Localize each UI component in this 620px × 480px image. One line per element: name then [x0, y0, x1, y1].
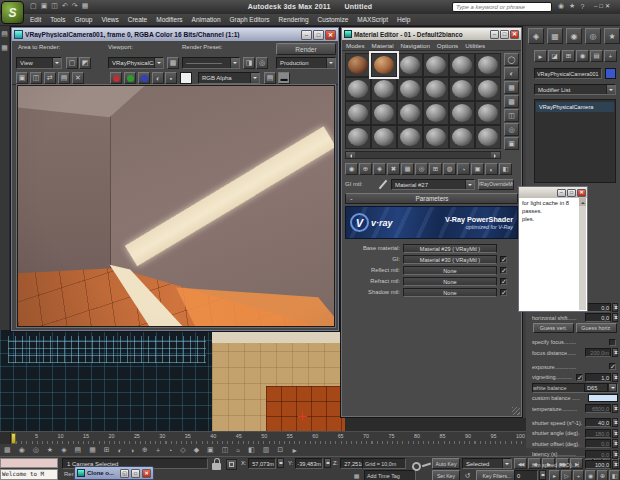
- param-value[interactable]: 0,0: [585, 450, 611, 459]
- toolbar-icon[interactable]: ◑: [130, 447, 134, 454]
- toolbar-icon[interactable]: ◉: [566, 28, 582, 44]
- object-color-swatch[interactable]: [605, 68, 616, 79]
- edit-region-icon[interactable]: ▢: [66, 57, 78, 69]
- material-slot[interactable]: [449, 125, 475, 149]
- maximize-button[interactable]: □: [313, 30, 324, 40]
- material-tool-icon[interactable]: ✖: [387, 163, 400, 175]
- param-spinner[interactable]: [612, 303, 618, 312]
- macro-recorder-field[interactable]: [0, 458, 58, 468]
- material-slot[interactable]: [371, 77, 397, 101]
- material-slot[interactable]: [423, 101, 449, 125]
- toolbar-icon[interactable]: ▦: [89, 446, 96, 454]
- quick-access-icon[interactable]: ↷: [72, 2, 78, 10]
- material-tool-icon[interactable]: ◍: [443, 163, 456, 175]
- render-window-title-bar[interactable]: VRayPhysicalCamera001, frame 0, RGBA Col…: [12, 28, 338, 41]
- playback-icon[interactable]: ◀◀: [514, 458, 527, 469]
- param-spinner[interactable]: [612, 460, 618, 469]
- modifier-list-dropdown[interactable]: Modifier List: [534, 84, 616, 95]
- slot-scrollbar[interactable]: [345, 151, 501, 159]
- toolbar-icon[interactable]: ◈: [528, 28, 544, 44]
- material-tool-icon[interactable]: ⊞: [429, 163, 442, 175]
- scroll-up-icon[interactable]: [579, 198, 586, 206]
- search-input[interactable]: [452, 2, 552, 12]
- material-slot[interactable]: [345, 125, 371, 149]
- param-spinner[interactable]: [612, 418, 618, 427]
- toolbar-icon[interactable]: ◔: [168, 447, 172, 454]
- material-editor-title-bar[interactable]: Material Editor - 01 - Default2bianco – …: [342, 28, 521, 40]
- material-slot[interactable]: [449, 101, 475, 125]
- slot-option-icon[interactable]: ◎: [504, 123, 519, 136]
- image-tool-icon[interactable]: ✕: [72, 72, 84, 84]
- panel-tab-icon[interactable]: ⊞: [562, 50, 575, 62]
- param-checkbox[interactable]: [500, 289, 507, 296]
- param-value[interactable]: 0,0: [585, 303, 611, 312]
- param-material-button[interactable]: None: [403, 277, 497, 286]
- toolbar-icon[interactable]: ◈: [61, 446, 66, 454]
- setup-icon[interactable]: ◨: [243, 57, 255, 69]
- object-name-field[interactable]: [534, 68, 602, 79]
- scroll-right-icon[interactable]: [491, 152, 500, 158]
- nav-icon[interactable]: +: [573, 470, 584, 480]
- nav-icon[interactable]: ▷: [561, 470, 572, 480]
- material-slot[interactable]: [371, 101, 397, 125]
- material-type-button[interactable]: VRayOverrideMtl: [478, 179, 514, 190]
- param-value[interactable]: 40,0: [585, 418, 611, 427]
- selection-lock-icon[interactable]: [212, 463, 221, 470]
- material-tool-icon[interactable]: ▦: [401, 163, 414, 175]
- param-material-button[interactable]: Material #30 ( VRayMtl ): [403, 255, 497, 264]
- titlebar-icon[interactable]: ◉: [558, 2, 564, 10]
- nav-icon[interactable]: ◧: [609, 470, 620, 480]
- max-logo-icon[interactable]: S: [1, 1, 24, 24]
- menu-item[interactable]: Navigation: [401, 42, 430, 49]
- panel-tab-icon[interactable]: ◉: [576, 50, 589, 62]
- param-material-button[interactable]: Material #29 ( VRayMtl ): [403, 244, 497, 253]
- minimize-button[interactable]: –: [557, 189, 566, 197]
- restore-icon[interactable]: □: [599, 2, 603, 9]
- menu-item[interactable]: Views: [101, 16, 118, 23]
- param-checkbox[interactable]: [500, 267, 507, 274]
- minimize-button[interactable]: –: [490, 30, 499, 39]
- param-value[interactable]: 200,0m: [585, 348, 611, 357]
- key-filters-button[interactable]: Key Filters...: [476, 470, 518, 480]
- param-checkbox[interactable]: [500, 278, 507, 285]
- param-material-button[interactable]: None: [403, 266, 497, 275]
- dropdown-icon[interactable]: [608, 383, 617, 392]
- nav-icon[interactable]: ▸: [549, 470, 560, 480]
- material-tool-icon[interactable]: ◧: [499, 163, 512, 175]
- quick-access-icon[interactable]: ▢: [30, 2, 37, 10]
- production-dropdown[interactable]: Production: [276, 57, 336, 69]
- resize-grip[interactable]: [512, 407, 520, 415]
- maximize-button[interactable]: □: [500, 30, 509, 39]
- modifier-stack[interactable]: VRayPhysicalCamera: [534, 99, 616, 183]
- restore-button[interactable]: ◱: [120, 469, 129, 478]
- maximize-button[interactable]: □: [131, 469, 140, 478]
- menu-item[interactable]: Options: [437, 42, 458, 49]
- toolbar-icon[interactable]: +: [156, 447, 160, 454]
- material-slot[interactable]: [345, 101, 371, 125]
- titlebar-icon[interactable]: ?: [580, 2, 584, 10]
- material-tool-icon[interactable]: ◎: [415, 163, 428, 175]
- material-slot[interactable]: [475, 77, 501, 101]
- menu-item[interactable]: Modifiers: [156, 16, 182, 23]
- menu-item[interactable]: Utilities: [465, 42, 485, 49]
- menu-item[interactable]: Tools: [50, 16, 65, 23]
- messages-scrollbar[interactable]: [579, 198, 586, 310]
- guess-horiz-button[interactable]: Guess horiz.: [576, 323, 617, 333]
- param-value[interactable]: D65: [584, 383, 608, 392]
- area-to-render-dropdown[interactable]: View: [16, 57, 62, 69]
- material-tool-icon[interactable]: ⊕: [359, 163, 372, 175]
- auto-region-icon[interactable]: ◩: [79, 57, 91, 69]
- material-slot[interactable]: [371, 125, 397, 149]
- quick-access-icon[interactable]: ◫: [51, 2, 58, 10]
- material-slot[interactable]: [423, 53, 449, 77]
- nav-icon[interactable]: ⊕: [597, 470, 608, 480]
- pick-material-icon[interactable]: [378, 179, 388, 189]
- material-slot[interactable]: [345, 77, 371, 101]
- param-spinner[interactable]: [612, 373, 618, 382]
- material-slot[interactable]: [345, 53, 371, 77]
- parameters-rollout-header[interactable]: - Parameters: [345, 193, 518, 204]
- scroll-left-icon[interactable]: [346, 152, 355, 158]
- param-checkbox[interactable]: [576, 374, 583, 381]
- y-spinner[interactable]: [324, 458, 331, 468]
- image-tool-icon[interactable]: ▤: [58, 72, 70, 84]
